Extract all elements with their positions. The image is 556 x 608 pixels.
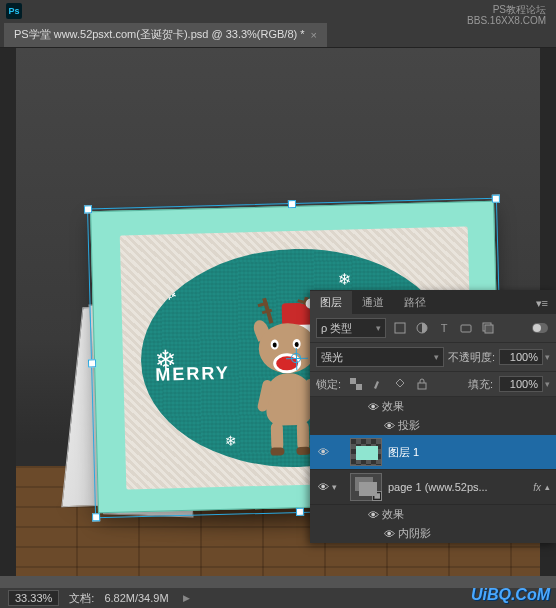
chevron-down-icon: ▾ xyxy=(545,352,550,362)
filter-kind-dropdown[interactable]: ρ 类型 ▾ xyxy=(316,318,386,338)
chevron-down-icon: ▾ xyxy=(434,352,439,362)
visibility-eye-icon[interactable]: 👁 xyxy=(380,528,398,540)
lock-all-icon[interactable] xyxy=(413,376,431,392)
effects-label: 效果 xyxy=(382,507,404,522)
tab-close-button[interactable]: × xyxy=(311,29,317,41)
fill-input[interactable]: 100% ▾ xyxy=(499,376,550,392)
visibility-eye-icon[interactable]: 👁 xyxy=(314,481,332,493)
svg-rect-9 xyxy=(418,383,426,389)
svg-rect-8 xyxy=(356,384,362,390)
chevron-down-icon: ▾ xyxy=(545,379,550,389)
visibility-eye-icon[interactable]: 👁 xyxy=(314,446,332,458)
panel-menu-button[interactable]: ▾≡ xyxy=(528,293,556,314)
watermark-top: PS教程论坛 BBS.16XX8.COM xyxy=(467,4,546,26)
inner-shadow-row[interactable]: 👁 内阴影 xyxy=(310,524,556,543)
merry-text: MERRY xyxy=(155,363,230,386)
chevron-down-icon: ▾ xyxy=(376,323,381,333)
filter-shape-icon[interactable] xyxy=(456,319,476,337)
filter-smart-icon[interactable] xyxy=(478,319,498,337)
visibility-eye-icon[interactable]: 👁 xyxy=(380,420,398,432)
lock-position-icon[interactable] xyxy=(391,376,409,392)
opacity-value: 100% xyxy=(499,349,543,365)
filter-adjust-icon[interactable] xyxy=(412,319,432,337)
lock-transparency-icon[interactable] xyxy=(347,376,365,392)
svg-rect-0 xyxy=(395,323,405,333)
lock-paint-icon[interactable] xyxy=(369,376,387,392)
lock-fill-row: 锁定: 填充: 100% ▾ xyxy=(310,372,556,397)
fx-badge[interactable]: fx xyxy=(533,482,541,493)
fill-value: 100% xyxy=(499,376,543,392)
snowflake-icon: ❄ xyxy=(338,270,351,289)
effects-row[interactable]: 👁 效果 xyxy=(310,397,556,416)
opacity-label: 不透明度: xyxy=(448,350,495,365)
smart-object-badge-icon: ▦ xyxy=(372,491,382,501)
lock-label: 锁定: xyxy=(316,377,341,392)
doc-size-label: 文档: xyxy=(69,591,94,606)
layers-panel[interactable]: 图层 通道 路径 ▾≡ ρ 类型 ▾ T 强光 ▾ 不透明度: 100% ▾ 锁… xyxy=(310,290,556,543)
visibility-eye-icon[interactable]: 👁 xyxy=(364,401,382,413)
twisty-collapse-icon[interactable]: ▾ xyxy=(332,482,344,492)
svg-point-6 xyxy=(533,324,541,332)
drop-shadow-row[interactable]: 👁 投影 xyxy=(310,416,556,435)
doc-size-value: 6.82M/34.9M xyxy=(104,592,168,604)
filter-icons: T xyxy=(390,319,498,337)
fill-label: 填充: xyxy=(468,377,493,392)
opacity-input[interactable]: 100% ▾ xyxy=(499,349,550,365)
photoshop-logo: Ps xyxy=(6,3,22,19)
tab-paths[interactable]: 路径 xyxy=(394,291,436,314)
layer-thumbnail[interactable] xyxy=(350,438,382,466)
layer-list[interactable]: 👁 效果 👁 投影 👁 图层 1 👁 ▾ ▦ page 1 (www.52ps.… xyxy=(310,397,556,543)
status-bar-menu-icon[interactable]: ▶ xyxy=(183,593,190,603)
fx-expand-icon[interactable]: ▴ xyxy=(545,482,550,492)
panel-tabs: 图层 通道 路径 ▾≡ xyxy=(310,290,556,314)
blend-mode-value: 强光 xyxy=(321,350,343,365)
svg-rect-7 xyxy=(350,378,356,384)
effects-row[interactable]: 👁 效果 xyxy=(310,505,556,524)
blend-opacity-row: 强光 ▾ 不透明度: 100% ▾ xyxy=(310,343,556,372)
tab-channels[interactable]: 通道 xyxy=(352,291,394,314)
filter-kind-label: ρ 类型 xyxy=(321,321,352,336)
watermark-line2: BBS.16XX8.COM xyxy=(467,15,546,26)
snowflake-icon: ❄ xyxy=(161,280,179,304)
visibility-eye-icon[interactable]: 👁 xyxy=(364,509,382,521)
snowflake-icon: ❄ xyxy=(225,433,237,449)
filter-type-icon[interactable]: T xyxy=(434,319,454,337)
effects-label: 效果 xyxy=(382,399,404,414)
filter-pixel-icon[interactable] xyxy=(390,319,410,337)
watermark-bottom-right: UiBQ.CoM xyxy=(471,586,550,604)
drop-shadow-label: 投影 xyxy=(398,418,420,433)
layer-thumbnail-smart[interactable]: ▦ xyxy=(350,473,382,501)
layer-name[interactable]: page 1 (www.52ps... xyxy=(388,481,533,493)
inner-shadow-label: 内阴影 xyxy=(398,526,431,541)
blend-mode-dropdown[interactable]: 强光 ▾ xyxy=(316,347,444,367)
filter-type-row: ρ 类型 ▾ T xyxy=(310,314,556,343)
watermark-line1: PS教程论坛 xyxy=(467,4,546,15)
tab-layers[interactable]: 图层 xyxy=(310,291,352,314)
svg-rect-4 xyxy=(485,325,493,333)
filter-toggle-switch[interactable] xyxy=(530,319,550,337)
document-tab-label: PS学堂 www.52psxt.com(圣诞贺卡).psd @ 33.3%(RG… xyxy=(14,27,305,42)
svg-rect-2 xyxy=(461,325,471,332)
layer-row-page1[interactable]: 👁 ▾ ▦ page 1 (www.52ps... fx ▴ xyxy=(310,470,556,505)
layer-name[interactable]: 图层 1 xyxy=(388,445,552,460)
zoom-level-input[interactable]: 33.33% xyxy=(8,590,59,606)
document-tab[interactable]: PS学堂 www.52psxt.com(圣诞贺卡).psd @ 33.3%(RG… xyxy=(4,23,327,47)
layer-row-layer1[interactable]: 👁 图层 1 xyxy=(310,435,556,470)
